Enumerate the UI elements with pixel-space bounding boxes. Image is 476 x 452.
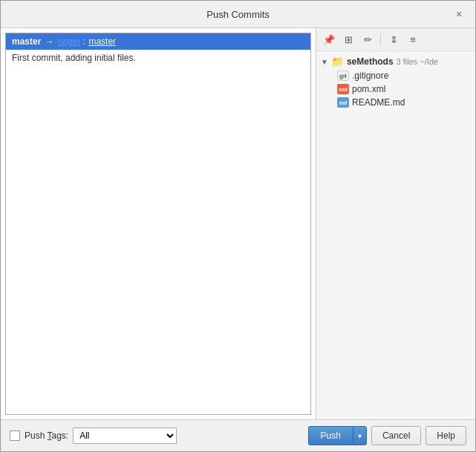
list-item[interactable]: md README.md	[316, 96, 475, 109]
xml-file-icon: xml	[337, 84, 349, 94]
file-gitignore: .gitignore	[352, 71, 388, 81]
push-tags-checkbox[interactable]	[10, 430, 20, 441]
git-file-icon: git	[337, 71, 349, 81]
dialog-footer: Push Tags: All None Push ▾ Cancel Help	[1, 419, 475, 451]
folder-icon: 📁	[331, 56, 344, 68]
right-toolbar: 📌 ⊞ ✏ ⇕ ≡	[316, 28, 475, 51]
push-commits-dialog: Push Commits × master → origin : master …	[0, 0, 476, 452]
push-dropdown-arrow[interactable]: ▾	[353, 426, 367, 445]
dialog-title: Push Commits	[25, 9, 451, 20]
root-folder-name: seMethods	[347, 56, 394, 67]
tree-collapse-arrow: ▼	[321, 58, 328, 66]
settings-button[interactable]: ≡	[405, 31, 421, 48]
branch-from: master	[12, 36, 41, 47]
edit-button[interactable]: ✏	[359, 31, 376, 48]
list-item[interactable]: xml pom.xml	[316, 82, 475, 96]
toolbar-separator-1	[380, 33, 381, 45]
dialog-body: master → origin : master First commit, a…	[1, 28, 475, 419]
branch-colon: :	[83, 36, 85, 47]
cancel-button[interactable]: Cancel	[371, 426, 421, 445]
action-buttons: Push ▾ Cancel Help	[308, 426, 466, 445]
root-folder-info: 3 files ~/Ide	[397, 57, 439, 66]
branch-arrow: →	[45, 36, 54, 47]
pin-button[interactable]: 📌	[321, 31, 337, 48]
commit-list[interactable]: master → origin : master First commit, a…	[5, 33, 311, 415]
left-panel: master → origin : master First commit, a…	[1, 28, 316, 419]
branch-row[interactable]: master → origin : master	[6, 33, 310, 50]
branch-target: master	[88, 36, 116, 47]
tree-root[interactable]: ▼ 📁 seMethods 3 files ~/Ide	[316, 54, 475, 69]
list-item[interactable]: git .gitignore	[316, 69, 475, 82]
branch-origin: origin	[58, 36, 79, 47]
push-tags-section: Push Tags: All None	[10, 428, 177, 444]
title-bar: Push Commits ×	[1, 1, 475, 28]
right-panel: 📌 ⊞ ✏ ⇕ ≡ ▼ 📁 seMethods 3 files ~/Ide	[316, 28, 475, 419]
push-tags-label: Push Tags:	[25, 430, 68, 441]
expand-button[interactable]: ⇕	[385, 31, 402, 48]
file-pomxml: pom.xml	[352, 84, 385, 94]
close-button[interactable]: ×	[451, 7, 466, 22]
file-readme: README.md	[352, 97, 405, 108]
commit-text: First commit, adding initial files.	[12, 53, 136, 63]
grid-button[interactable]: ⊞	[340, 31, 356, 48]
file-tree: ▼ 📁 seMethods 3 files ~/Ide git .gitigno…	[316, 51, 475, 419]
help-button[interactable]: Help	[426, 426, 466, 445]
push-button-group: Push ▾	[308, 426, 367, 445]
commit-message[interactable]: First commit, adding initial files.	[6, 50, 310, 66]
md-file-icon: md	[337, 97, 349, 108]
push-button[interactable]: Push	[308, 426, 353, 445]
push-tags-dropdown[interactable]: All None	[73, 428, 177, 444]
